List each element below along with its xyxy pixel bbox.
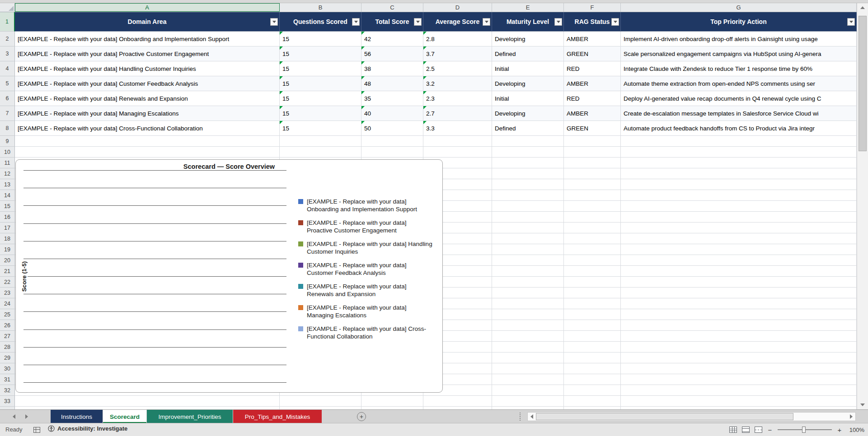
cell-C33[interactable] [361, 396, 423, 407]
cell-E22[interactable] [492, 277, 564, 288]
cell-F14[interactable] [564, 190, 621, 201]
row-header-3[interactable]: 3 [0, 46, 15, 61]
cell-F6[interactable]: RED [564, 91, 621, 106]
row-header-12[interactable]: 12 [0, 168, 15, 179]
column-header-C[interactable]: C [361, 3, 423, 12]
cell-E29[interactable] [492, 353, 564, 363]
cell-G33[interactable] [621, 396, 857, 407]
row-header-21[interactable]: 21 [0, 266, 15, 277]
cell-F9[interactable] [564, 136, 621, 147]
cell-G25[interactable] [621, 309, 857, 320]
row-header-6[interactable]: 6 [0, 91, 15, 106]
cell-D8[interactable]: 3.3 [423, 121, 492, 136]
cell-F16[interactable] [564, 212, 621, 223]
sheet-tab-scorecard[interactable]: Scorecard [103, 410, 146, 423]
row-header-27[interactable]: 27 [0, 331, 15, 342]
cell-E17[interactable] [492, 223, 564, 233]
row-header-33[interactable]: 33 [0, 396, 15, 407]
cell-E10[interactable] [492, 147, 564, 158]
cell-B10[interactable] [280, 147, 361, 158]
sheet-tab-pro-tips-and-mistakes[interactable]: Pro_Tips_and_Mistakes [233, 410, 322, 423]
zoom-slider-thumb[interactable] [802, 427, 806, 433]
cell-A8[interactable]: [EXAMPLE - Replace with your data] Cross… [15, 121, 280, 136]
column-header-G[interactable]: G [621, 3, 857, 12]
cell-D10[interactable] [423, 147, 492, 158]
cell-B6[interactable]: 15 [280, 91, 361, 106]
cell-F11[interactable] [564, 158, 621, 168]
cell-F4[interactable]: RED [564, 61, 621, 76]
cell-E2[interactable]: Developing [492, 32, 564, 46]
cell-E18[interactable] [492, 233, 564, 244]
cell-B2[interactable]: 15 [280, 32, 361, 46]
cell-D6[interactable]: 2.3 [423, 91, 492, 106]
cell-G24[interactable] [621, 298, 857, 309]
cell-G28[interactable] [621, 342, 857, 353]
macro-record-icon[interactable] [33, 427, 40, 433]
cell-E3[interactable]: Defined [492, 46, 564, 61]
select-all-corner[interactable] [0, 3, 15, 12]
row-header-19[interactable]: 19 [0, 244, 15, 255]
cell-F26[interactable] [564, 320, 621, 331]
cell-B3[interactable]: 15 [280, 46, 361, 61]
row-header-4[interactable]: 4 [0, 61, 15, 76]
tab-scroll-divider[interactable] [520, 413, 521, 421]
sheet-nav-previous-button[interactable] [11, 413, 17, 420]
cell-G8[interactable]: Automate product feedback handoffs from … [621, 121, 857, 136]
cell-A2[interactable]: [EXAMPLE - Replace with your data] Onboa… [15, 32, 280, 46]
column-header-E[interactable]: E [492, 3, 564, 12]
cell-A7[interactable]: [EXAMPLE - Replace with your data] Manag… [15, 106, 280, 121]
cell-E20[interactable] [492, 255, 564, 266]
cell-E24[interactable] [492, 298, 564, 309]
cell-A4[interactable]: [EXAMPLE - Replace with your data] Handl… [15, 61, 280, 76]
cell-F30[interactable] [564, 363, 621, 374]
row-header-2[interactable]: 2 [0, 32, 15, 46]
cell-E13[interactable] [492, 179, 564, 190]
cell-A33[interactable] [15, 396, 280, 407]
cell-F8[interactable]: GREEN [564, 121, 621, 136]
cell-E15[interactable] [492, 201, 564, 212]
vertical-scrollbar[interactable] [857, 3, 868, 409]
cell-B33[interactable] [280, 396, 361, 407]
row-header-30[interactable]: 30 [0, 363, 15, 374]
cell-E27[interactable] [492, 331, 564, 342]
cell-G4[interactable]: Integrate Claude with Zendesk to reduce … [621, 61, 857, 76]
column-header-F[interactable]: F [564, 3, 621, 12]
cell-F17[interactable] [564, 223, 621, 233]
cell-G18[interactable] [621, 233, 857, 244]
cell-F24[interactable] [564, 298, 621, 309]
zoom-in-button[interactable]: + [837, 426, 842, 434]
normal-view-button[interactable] [729, 427, 737, 433]
cell-F20[interactable] [564, 255, 621, 266]
cell-C5[interactable]: 48 [361, 76, 423, 91]
cell-B4[interactable]: 15 [280, 61, 361, 76]
row-header-13[interactable]: 13 [0, 179, 15, 190]
row-header-1[interactable]: 1 [0, 12, 15, 32]
cell-G30[interactable] [621, 363, 857, 374]
header-cell-C1[interactable]: Total Score [361, 12, 423, 32]
cell-E12[interactable] [492, 168, 564, 179]
cell-G2[interactable]: Implement AI-driven onboarding drop-off … [621, 32, 857, 46]
cell-D3[interactable]: 3.7 [423, 46, 492, 61]
header-cell-B1[interactable]: Questions Scored [280, 12, 361, 32]
cell-F18[interactable] [564, 233, 621, 244]
horizontal-scrollbar-thumb[interactable] [536, 413, 793, 420]
row-header-25[interactable]: 25 [0, 309, 15, 320]
horizontal-scrollbar[interactable] [527, 412, 856, 421]
cell-G12[interactable] [621, 168, 857, 179]
cell-G29[interactable] [621, 353, 857, 363]
cell-C6[interactable]: 35 [361, 91, 423, 106]
cell-F21[interactable] [564, 266, 621, 277]
cell-A5[interactable]: [EXAMPLE - Replace with your data] Custo… [15, 76, 280, 91]
header-cell-F1[interactable]: RAG Status [564, 12, 621, 32]
cell-G22[interactable] [621, 277, 857, 288]
row-header-18[interactable]: 18 [0, 233, 15, 244]
cell-E19[interactable] [492, 244, 564, 255]
cell-F23[interactable] [564, 288, 621, 298]
cell-D4[interactable]: 2.5 [423, 61, 492, 76]
cell-D5[interactable]: 3.2 [423, 76, 492, 91]
cell-E16[interactable] [492, 212, 564, 223]
page-layout-view-button[interactable] [742, 427, 750, 433]
zoom-slider[interactable] [778, 429, 832, 430]
cell-E7[interactable]: Developing [492, 106, 564, 121]
row-header-8[interactable]: 8 [0, 121, 15, 136]
